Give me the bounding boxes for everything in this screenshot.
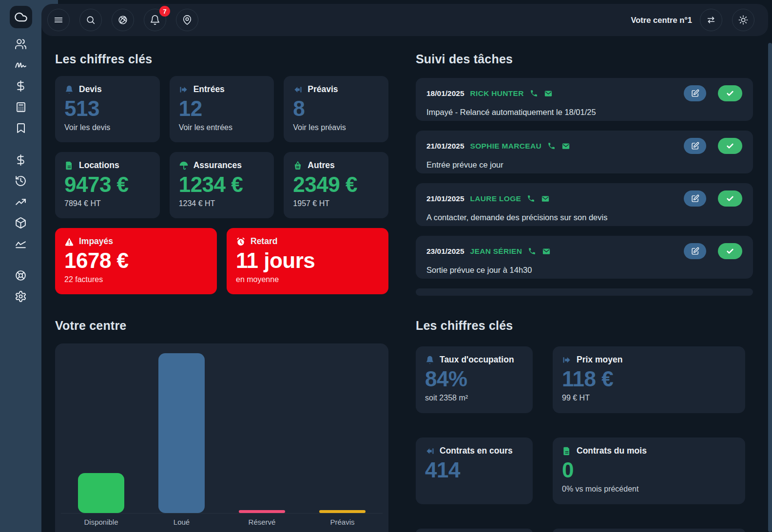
stat-card-link[interactable]: Voir les préavis bbox=[293, 123, 379, 132]
stat-card-label: Préavis bbox=[308, 84, 338, 95]
phone-icon[interactable] bbox=[528, 247, 536, 255]
sidebar-item-calculator[interactable] bbox=[0, 96, 41, 117]
stat-card-locations[interactable]: Locations 9473 € 7894 € HT bbox=[55, 152, 160, 218]
kpi-card-value: 0 bbox=[562, 458, 736, 482]
stat-card-sub: 7894 € HT bbox=[64, 199, 151, 208]
complete-task-button[interactable] bbox=[718, 85, 742, 101]
edit-task-button[interactable] bbox=[684, 243, 706, 259]
edit-task-button[interactable] bbox=[684, 138, 706, 154]
phone-icon[interactable] bbox=[527, 194, 535, 203]
kpi-card-label: Contrats du mois bbox=[577, 446, 647, 456]
scrollbar[interactable] bbox=[768, 43, 772, 532]
alert-card-value: 1678 € bbox=[64, 249, 208, 272]
location-button[interactable] bbox=[176, 9, 198, 31]
users-icon bbox=[15, 38, 27, 50]
sidebar-item-pricing[interactable] bbox=[0, 76, 41, 96]
calculator-icon bbox=[15, 101, 27, 113]
phone-icon[interactable] bbox=[530, 89, 538, 97]
kpi-card-label: Contrats en cours bbox=[440, 446, 513, 456]
chart-line-icon bbox=[15, 238, 27, 250]
kpi-card-sub: soit 2358 m² bbox=[425, 394, 523, 402]
globe-button[interactable] bbox=[112, 9, 134, 31]
bar-disponible bbox=[78, 473, 124, 513]
complete-task-button[interactable] bbox=[718, 138, 742, 154]
app-logo[interactable] bbox=[10, 6, 32, 28]
cloud-icon bbox=[14, 10, 28, 24]
edit-task-button[interactable] bbox=[684, 190, 706, 207]
stat-card-devis[interactable]: Devis 513 Voir les devis bbox=[55, 76, 160, 142]
task-row: 18/01/2025 RICK HUNTER Impayé - Relancé … bbox=[416, 78, 753, 121]
task-description: A contacter, demande des précisions sur … bbox=[426, 213, 742, 222]
stat-card-preavis[interactable]: Préavis 8 Voir les préavis bbox=[284, 76, 388, 142]
menu-button[interactable] bbox=[47, 9, 70, 31]
sidebar-item-settings[interactable] bbox=[0, 286, 41, 307]
chart-plot-area bbox=[61, 343, 383, 513]
kpi-card-taux-occupation[interactable]: Taux d'occupation 84% soit 2358 m² bbox=[416, 346, 533, 413]
bell-icon bbox=[64, 85, 74, 95]
task-list: 18/01/2025 RICK HUNTER Impayé - Relancé … bbox=[416, 78, 753, 296]
alert-card-grid: Impayés 1678 € 22 factures Retard 11 jou… bbox=[55, 228, 388, 294]
switch-center-button[interactable] bbox=[700, 9, 722, 31]
task-contact-name: JEAN SÉRIEN bbox=[470, 247, 522, 256]
dollar-icon bbox=[15, 154, 27, 166]
history-icon bbox=[15, 175, 27, 187]
bookmark-icon bbox=[15, 122, 27, 134]
stat-card-label: Locations bbox=[79, 160, 119, 171]
edit-task-button[interactable] bbox=[684, 85, 706, 101]
stat-card-value: 2349 € bbox=[293, 173, 379, 196]
stat-card-autres[interactable]: Autres 2349 € 1957 € HT bbox=[284, 152, 388, 218]
sidebar-item-billing[interactable] bbox=[0, 150, 41, 171]
task-row: 21/01/2025 SOPHIE MARCEAU Entrée prévue … bbox=[416, 131, 753, 173]
task-row: 23/01/2025 JEAN SÉRIEN Sortie prévue ce … bbox=[416, 236, 753, 279]
stat-card-link[interactable]: Voir les devis bbox=[64, 123, 151, 132]
mail-icon[interactable] bbox=[541, 194, 550, 203]
umbrella-icon bbox=[179, 161, 189, 171]
sidebar-item-signature[interactable] bbox=[0, 55, 41, 76]
kpi-card-prix-moyen[interactable]: Prix moyen 118 € 99 € HT bbox=[553, 346, 745, 413]
stat-card-entrees[interactable]: Entrées 12 Voir les entrées bbox=[170, 76, 274, 142]
alert-card-value: 11 jours bbox=[236, 249, 379, 272]
stat-card-link[interactable]: Voir les entrées bbox=[179, 123, 265, 132]
stat-card-value: 9473 € bbox=[64, 173, 151, 196]
complete-task-button[interactable] bbox=[718, 243, 742, 259]
enter-icon bbox=[562, 355, 572, 365]
dollar-icon bbox=[15, 80, 27, 92]
sidebar-item-contacts[interactable] bbox=[0, 34, 41, 55]
alert-card-label: Retard bbox=[251, 236, 277, 247]
stat-card-sub: 1957 € HT bbox=[293, 199, 379, 208]
stat-card-assurances[interactable]: Assurances 1234 € 1234 € HT bbox=[170, 152, 274, 218]
mail-icon[interactable] bbox=[542, 247, 551, 256]
mail-icon[interactable] bbox=[561, 142, 570, 151]
kpi-card-contrats-en-cours[interactable]: Contrats en cours 414 bbox=[416, 437, 533, 504]
kpi-card-contrats-du-mois[interactable]: Contrats du mois 0 0% vs mois précédent bbox=[553, 437, 745, 504]
phone-icon[interactable] bbox=[547, 142, 556, 150]
sidebar-item-stock[interactable] bbox=[0, 212, 41, 233]
kpi-card-value: 84% bbox=[425, 367, 523, 391]
sidebar-item-stats[interactable] bbox=[0, 233, 41, 254]
signature-icon bbox=[15, 59, 27, 71]
notifications-button[interactable]: 7 bbox=[144, 9, 166, 31]
theme-toggle-button[interactable] bbox=[732, 9, 754, 31]
bar-preavis bbox=[319, 510, 366, 513]
sidebar-item-trends[interactable] bbox=[0, 191, 41, 212]
mail-icon[interactable] bbox=[544, 89, 553, 98]
main-area: 7 Votre centre n°1 Les chiffres clés Dev… bbox=[41, 0, 772, 532]
current-center-label: Votre centre n°1 bbox=[631, 16, 693, 25]
stat-card-value: 8 bbox=[293, 97, 379, 120]
complete-task-button[interactable] bbox=[718, 190, 742, 207]
bar-reserve bbox=[239, 510, 285, 513]
alert-card-retard[interactable]: Retard 11 jours en moyenne bbox=[227, 228, 388, 294]
exit-icon bbox=[425, 446, 435, 456]
swap-icon bbox=[706, 15, 716, 25]
file-icon bbox=[562, 446, 572, 456]
sidebar-item-bookmarks[interactable] bbox=[0, 117, 41, 138]
sidebar-item-history[interactable] bbox=[0, 171, 41, 191]
edit-icon bbox=[691, 89, 699, 97]
kpi-card-grid: Taux d'occupation 84% soit 2358 m² Prix … bbox=[416, 346, 753, 504]
tasks-section: Suivi des tâches 18/01/2025 RICK HUNTER … bbox=[416, 53, 753, 532]
task-date: 23/01/2025 bbox=[426, 247, 464, 256]
card-partial bbox=[553, 529, 745, 532]
sidebar-item-help[interactable] bbox=[0, 265, 41, 286]
search-button[interactable] bbox=[79, 9, 102, 31]
alert-card-impayes[interactable]: Impayés 1678 € 22 factures bbox=[55, 228, 217, 294]
